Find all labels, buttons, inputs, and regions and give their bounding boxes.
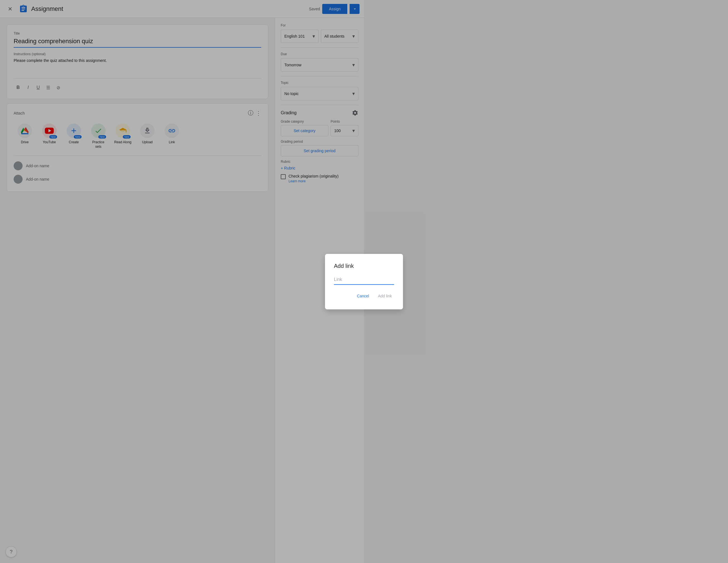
link-input[interactable]	[334, 275, 364, 285]
dialog-title: Add link	[334, 263, 364, 269]
dialog-actions: Cancel Add link	[334, 292, 364, 301]
add-link-dialog: Add link Cancel Add link	[325, 254, 364, 310]
dialog-overlay: Add link Cancel Add link	[0, 0, 364, 563]
cancel-button[interactable]: Cancel	[355, 292, 364, 301]
